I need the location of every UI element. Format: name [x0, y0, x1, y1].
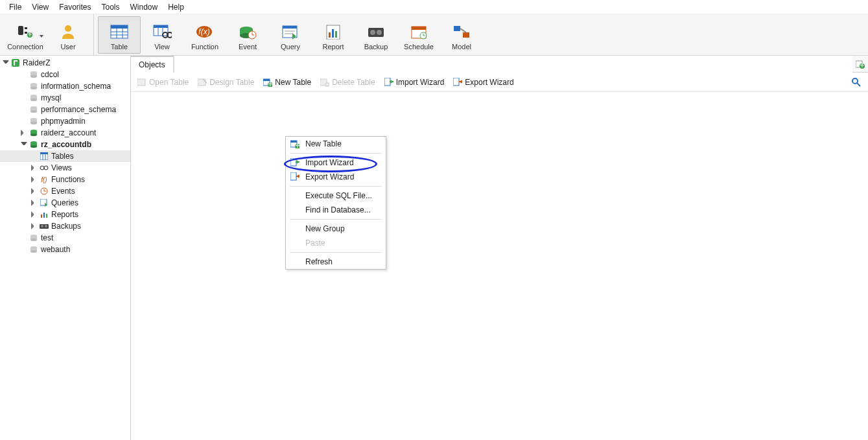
expand-icon: [31, 188, 38, 194]
tree-db-mysql[interactable]: mysql: [0, 92, 130, 104]
tree-connection[interactable]: RaiderZ: [0, 57, 130, 69]
table-button[interactable]: Table: [98, 16, 141, 54]
separator: [290, 153, 382, 154]
delete-table-button[interactable]: - Delete Table: [316, 76, 379, 88]
action-label: Design Table: [209, 78, 254, 87]
backup-button[interactable]: Backup: [355, 16, 397, 54]
table-label: Table: [111, 43, 128, 51]
database-icon: [29, 70, 39, 79]
function-icon: f(x): [193, 22, 217, 41]
ctx-export-wizard[interactable]: Export Wizard: [286, 170, 386, 184]
schedule-label: Schedule: [404, 43, 434, 51]
svg-line-44: [460, 29, 466, 32]
svg-point-71: [40, 166, 44, 170]
menu-favorites[interactable]: Favorites: [54, 1, 96, 13]
new-table-icon: +: [263, 78, 272, 87]
function-button[interactable]: f(x) Function: [183, 16, 226, 54]
tree-folder-views[interactable]: Views: [0, 162, 130, 174]
action-label: Export Wizard: [465, 78, 513, 87]
tree-db-label: mysql: [41, 93, 61, 102]
queries-icon: [39, 198, 49, 207]
tree-db-performance-schema[interactable]: performance_schema: [0, 104, 130, 115]
ctx-label: New Table: [305, 139, 342, 148]
tree-folder-queries[interactable]: Queries: [0, 197, 130, 209]
reports-icon: [39, 210, 49, 219]
user-button[interactable]: User: [47, 16, 89, 54]
svg-point-63: [30, 133, 37, 136]
ctx-new-table[interactable]: + New Table: [286, 137, 386, 151]
menu-file[interactable]: File: [4, 1, 27, 13]
open-table-button[interactable]: Open Table: [134, 76, 193, 88]
schedule-button[interactable]: Schedule: [397, 16, 440, 54]
svg-rect-2: [25, 32, 27, 34]
tree-folder-label: Queries: [51, 198, 78, 207]
query-button[interactable]: Query: [269, 16, 312, 54]
menu-window[interactable]: Window: [125, 1, 163, 13]
backups-icon: [39, 222, 49, 231]
ctx-import-wizard[interactable]: Import Wizard: [286, 156, 386, 170]
menu-bar: File View Favorites Tools Window Help: [0, 0, 868, 14]
design-table-button[interactable]: Design Table: [194, 76, 258, 88]
svg-text:+: +: [860, 61, 864, 69]
svg-rect-102: [453, 78, 459, 86]
svg-point-85: [30, 238, 37, 241]
tree-db-label: cdcol: [41, 70, 59, 79]
tree-db-information-schema[interactable]: information_schema: [0, 80, 130, 92]
svg-point-54: [30, 98, 37, 101]
expand-icon: [31, 200, 38, 206]
search-icon: [851, 77, 862, 87]
tree-db-raiderz-account[interactable]: raiderz_account: [0, 127, 130, 139]
menu-view[interactable]: View: [27, 1, 54, 13]
svg-rect-45: [12, 59, 19, 67]
model-icon: [450, 22, 473, 41]
tree-db-test[interactable]: test: [0, 232, 130, 244]
tab-objects[interactable]: Objects: [131, 56, 174, 73]
new-table-button[interactable]: + New Table: [259, 76, 315, 88]
menu-help[interactable]: Help: [163, 1, 189, 13]
events-icon: [39, 187, 49, 196]
import-wizard-button[interactable]: Import Wizard: [381, 76, 449, 88]
tree-db-phpmyadmin[interactable]: phpmyadmin: [0, 115, 130, 127]
expand-icon: [3, 60, 9, 67]
ctx-new-group[interactable]: New Group: [286, 222, 386, 236]
svg-text:f(x): f(x): [198, 27, 209, 36]
search-button[interactable]: [847, 76, 865, 89]
tree-folder-tables[interactable]: Tables: [0, 150, 130, 162]
menu-tools[interactable]: Tools: [97, 1, 125, 13]
report-icon: [322, 22, 345, 41]
action-label: Open Table: [149, 78, 189, 87]
tree-folder-functions[interactable]: f()Functions: [0, 174, 130, 185]
ctx-find-in-database[interactable]: Find in Database...: [286, 203, 386, 217]
design-table-icon: [198, 78, 207, 87]
tree-db-webauth[interactable]: webauth: [0, 244, 130, 255]
view-icon: [150, 22, 174, 41]
backup-label: Backup: [364, 43, 388, 51]
view-button[interactable]: View: [141, 16, 183, 54]
tree-folder-backups[interactable]: Backups: [0, 220, 130, 232]
tree-db-rz-accountdb[interactable]: rz_accountdb: [0, 139, 130, 150]
connection-icon: [10, 58, 21, 67]
connection-button[interactable]: + Connection: [4, 16, 47, 54]
connection-label: Connection: [7, 43, 43, 51]
tab-filler: [174, 56, 852, 73]
tree-folder-reports[interactable]: Reports: [0, 209, 130, 220]
event-button[interactable]: Event: [226, 16, 269, 54]
add-tab-button[interactable]: +: [852, 60, 868, 69]
tree-db-cdcol[interactable]: cdcol: [0, 69, 130, 80]
ctx-refresh[interactable]: Refresh: [286, 255, 386, 269]
context-menu: + New Table Import Wizard Export Wizard …: [285, 136, 386, 270]
report-button[interactable]: Report: [312, 16, 355, 54]
report-label: Report: [322, 43, 344, 51]
database-icon: [29, 117, 39, 126]
model-label: Model: [452, 43, 471, 51]
ctx-execute-sql[interactable]: Execute SQL File...: [286, 189, 386, 203]
model-button[interactable]: Model: [440, 16, 483, 54]
tree-folder-events[interactable]: Events: [0, 185, 130, 197]
svg-rect-43: [463, 32, 469, 38]
ctx-label: Find in Database...: [305, 205, 371, 214]
table-icon: [108, 22, 131, 41]
export-wizard-button[interactable]: Export Wizard: [449, 76, 517, 88]
svg-point-60: [30, 122, 37, 124]
database-icon: [29, 245, 39, 254]
svg-text:+: +: [295, 141, 299, 148]
